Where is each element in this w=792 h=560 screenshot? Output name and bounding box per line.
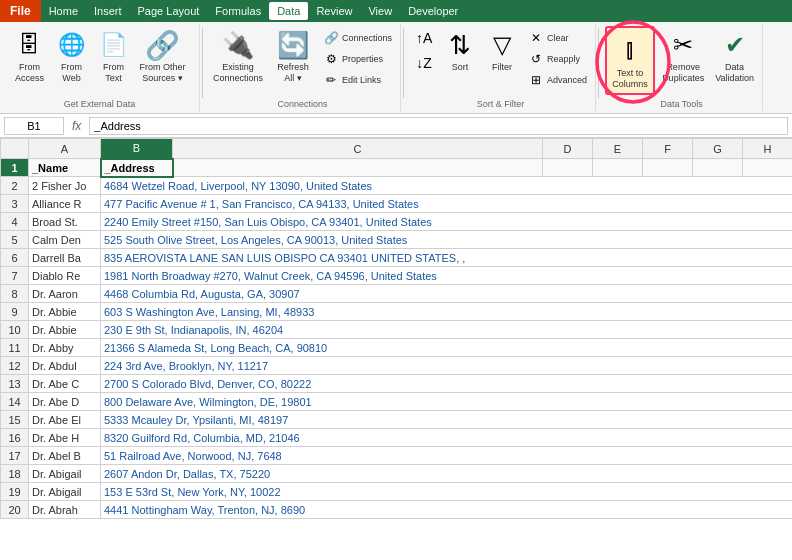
cell-a20[interactable]: Dr. Abrah bbox=[29, 501, 101, 519]
cell-b9[interactable]: 603 S Washington Ave, Lansing, MI, 48933 bbox=[101, 303, 793, 321]
cell-a7[interactable]: Diablo Re bbox=[29, 267, 101, 285]
col-header-e[interactable]: E bbox=[593, 139, 643, 159]
cell-a5[interactable]: Calm Den bbox=[29, 231, 101, 249]
menu-formulas[interactable]: Formulas bbox=[207, 2, 269, 20]
cell-a6[interactable]: Darrell Ba bbox=[29, 249, 101, 267]
clear-button[interactable]: ✕ Clear bbox=[524, 28, 591, 48]
row-number[interactable]: 8 bbox=[1, 285, 29, 303]
row-number[interactable]: 18 bbox=[1, 465, 29, 483]
from-access-button[interactable]: 🗄 From Access bbox=[9, 26, 49, 87]
row-number[interactable]: 17 bbox=[1, 447, 29, 465]
row-number[interactable]: 7 bbox=[1, 267, 29, 285]
col-header-g[interactable]: G bbox=[693, 139, 743, 159]
sort-button[interactable]: ⇅ Sort bbox=[440, 26, 480, 76]
cell-b1[interactable]: _Address bbox=[101, 159, 173, 177]
row-number[interactable]: 1 bbox=[1, 159, 29, 177]
cell-b10[interactable]: 230 E 9th St, Indianapolis, IN, 46204 bbox=[101, 321, 793, 339]
cell-b11[interactable]: 21366 S Alameda St, Long Beach, CA, 9081… bbox=[101, 339, 793, 357]
cell-b2[interactable]: 4684 Wetzel Road, Liverpool, NY 13090, U… bbox=[101, 177, 793, 195]
menu-data[interactable]: Data bbox=[269, 2, 308, 20]
filter-button[interactable]: ▽ Filter bbox=[482, 26, 522, 76]
cell-b7[interactable]: 1981 North Broadway #270, Walnut Creek, … bbox=[101, 267, 793, 285]
cell-a2[interactable]: 2 Fisher Jo bbox=[29, 177, 101, 195]
menu-page-layout[interactable]: Page Layout bbox=[130, 2, 208, 20]
cell-b5[interactable]: 525 South Olive Street, Los Angeles, CA … bbox=[101, 231, 793, 249]
row-number[interactable]: 19 bbox=[1, 483, 29, 501]
menu-view[interactable]: View bbox=[360, 2, 400, 20]
existing-connections-button[interactable]: 🔌 Existing Connections bbox=[209, 26, 267, 87]
cell-b13[interactable]: 2700 S Colorado Blvd, Denver, CO, 80222 bbox=[101, 375, 793, 393]
cell-C1[interactable] bbox=[173, 159, 543, 177]
cell-E1[interactable] bbox=[593, 159, 643, 177]
cell-a12[interactable]: Dr. Abdul bbox=[29, 357, 101, 375]
cell-a14[interactable]: Dr. Abe D bbox=[29, 393, 101, 411]
row-number[interactable]: 10 bbox=[1, 321, 29, 339]
cell-a8[interactable]: Dr. Aaron bbox=[29, 285, 101, 303]
row-number[interactable]: 6 bbox=[1, 249, 29, 267]
cell-b6[interactable]: 835 AEROVISTA LANE SAN LUIS OBISPO CA 93… bbox=[101, 249, 793, 267]
row-number[interactable]: 2 bbox=[1, 177, 29, 195]
file-button[interactable]: File bbox=[0, 0, 41, 22]
cell-D1[interactable] bbox=[543, 159, 593, 177]
cell-b3[interactable]: 477 Pacific Avenue # 1, San Francisco, C… bbox=[101, 195, 793, 213]
cell-a3[interactable]: Alliance R bbox=[29, 195, 101, 213]
cell-a15[interactable]: Dr. Abe El bbox=[29, 411, 101, 429]
cell-a13[interactable]: Dr. Abe C bbox=[29, 375, 101, 393]
row-number[interactable]: 13 bbox=[1, 375, 29, 393]
row-number[interactable]: 20 bbox=[1, 501, 29, 519]
cell-b19[interactable]: 153 E 53rd St, New York, NY, 10022 bbox=[101, 483, 793, 501]
row-number[interactable]: 11 bbox=[1, 339, 29, 357]
row-number[interactable]: 12 bbox=[1, 357, 29, 375]
menu-developer[interactable]: Developer bbox=[400, 2, 466, 20]
from-other-sources-button[interactable]: 🔗 From Other Sources ▾ bbox=[135, 26, 189, 87]
cell-a10[interactable]: Dr. Abbie bbox=[29, 321, 101, 339]
cell-b20[interactable]: 4441 Nottingham Way, Trenton, NJ, 8690 bbox=[101, 501, 793, 519]
refresh-all-button[interactable]: 🔄 Refresh All ▾ bbox=[271, 26, 315, 87]
cell-b18[interactable]: 2607 Andon Dr, Dallas, TX, 75220 bbox=[101, 465, 793, 483]
cell-a9[interactable]: Dr. Abbie bbox=[29, 303, 101, 321]
cell-b17[interactable]: 51 Railroad Ave, Norwood, NJ, 7648 bbox=[101, 447, 793, 465]
reapply-button[interactable]: ↺ Reapply bbox=[524, 49, 591, 69]
advanced-button[interactable]: ⊞ Advanced bbox=[524, 70, 591, 90]
cell-b15[interactable]: 5333 Mcauley Dr, Ypsilanti, MI, 48197 bbox=[101, 411, 793, 429]
text-to-columns-button[interactable]: ⫿ Text to Columns bbox=[605, 26, 655, 95]
cell-reference-box[interactable] bbox=[4, 117, 64, 135]
cell-b12[interactable]: 224 3rd Ave, Brooklyn, NY, 11217 bbox=[101, 357, 793, 375]
cell-a4[interactable]: Broad St. bbox=[29, 213, 101, 231]
data-validation-button[interactable]: ✔ Data Validation bbox=[711, 26, 758, 87]
cell-a1[interactable]: _Name bbox=[29, 159, 101, 177]
formula-input[interactable] bbox=[89, 117, 788, 135]
col-header-c[interactable]: C bbox=[173, 139, 543, 159]
cell-b14[interactable]: 800 Delaware Ave, Wilmington, DE, 19801 bbox=[101, 393, 793, 411]
remove-duplicates-button[interactable]: ✂ Remove Duplicates bbox=[658, 26, 708, 87]
col-header-d[interactable]: D bbox=[543, 139, 593, 159]
cell-a19[interactable]: Dr. Abigail bbox=[29, 483, 101, 501]
col-header-f[interactable]: F bbox=[643, 139, 693, 159]
cell-G1[interactable] bbox=[693, 159, 743, 177]
row-number[interactable]: 5 bbox=[1, 231, 29, 249]
menu-review[interactable]: Review bbox=[308, 2, 360, 20]
row-number[interactable]: 14 bbox=[1, 393, 29, 411]
cell-F1[interactable] bbox=[643, 159, 693, 177]
row-number[interactable]: 3 bbox=[1, 195, 29, 213]
sort-desc-button[interactable]: ↓Z bbox=[410, 51, 438, 75]
cell-b16[interactable]: 8320 Guilford Rd, Columbia, MD, 21046 bbox=[101, 429, 793, 447]
from-web-button[interactable]: 🌐 From Web bbox=[51, 26, 91, 87]
cell-H1[interactable] bbox=[743, 159, 793, 177]
edit-links-button[interactable]: ✏ Edit Links bbox=[319, 70, 396, 90]
menu-home[interactable]: Home bbox=[41, 2, 86, 20]
row-number[interactable]: 16 bbox=[1, 429, 29, 447]
sort-asc-button[interactable]: ↑A bbox=[410, 26, 438, 50]
cell-b4[interactable]: 2240 Emily Street #150, San Luis Obispo,… bbox=[101, 213, 793, 231]
cell-a18[interactable]: Dr. Abigail bbox=[29, 465, 101, 483]
row-number[interactable]: 4 bbox=[1, 213, 29, 231]
row-number[interactable]: 15 bbox=[1, 411, 29, 429]
properties-button[interactable]: ⚙ Properties bbox=[319, 49, 396, 69]
col-header-b[interactable]: B bbox=[101, 139, 173, 159]
cell-a16[interactable]: Dr. Abe H bbox=[29, 429, 101, 447]
col-header-a[interactable]: A bbox=[29, 139, 101, 159]
cell-a17[interactable]: Dr. Abel B bbox=[29, 447, 101, 465]
from-text-button[interactable]: 📄 From Text bbox=[93, 26, 133, 87]
row-number[interactable]: 9 bbox=[1, 303, 29, 321]
menu-insert[interactable]: Insert bbox=[86, 2, 130, 20]
